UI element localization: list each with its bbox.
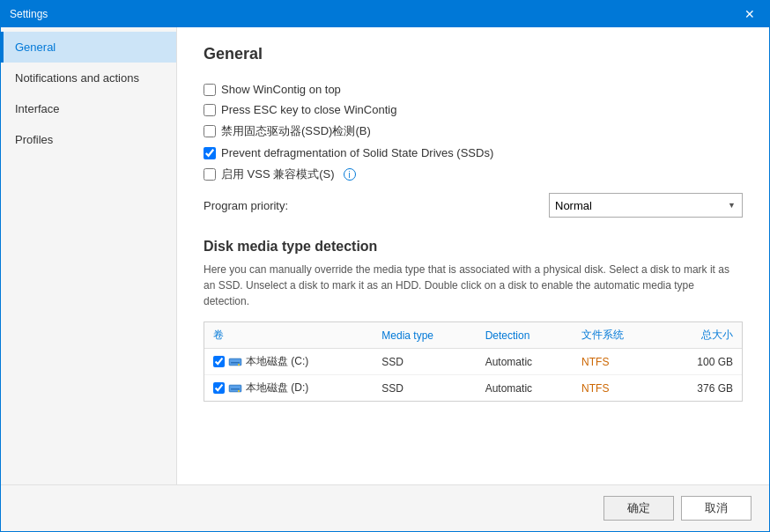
disk-table: 卷 Media type Detection 文件系统 总大小 <box>204 322 742 401</box>
disk-d-icon <box>228 381 242 395</box>
prevent-defrag-checkbox[interactable] <box>204 147 216 159</box>
checkbox-show-wincontig: Show WinContig on top <box>204 83 743 96</box>
show-wincontig-checkbox[interactable] <box>204 84 216 96</box>
sidebar-item-label: Profiles <box>15 133 53 146</box>
close-button[interactable]: ✕ <box>739 4 760 25</box>
disk-table-wrapper: 卷 Media type Detection 文件系统 总大小 <box>204 321 743 402</box>
enable-vss-checkbox[interactable] <box>204 168 216 181</box>
sidebar-item-label: Interface <box>15 102 60 115</box>
disk-d-media: SSD <box>373 375 476 402</box>
priority-select-wrapper: Low Below Normal Normal Above Normal Hig… <box>549 193 743 218</box>
ok-button[interactable]: 确定 <box>603 496 674 521</box>
sidebar-item-profiles[interactable]: Profiles <box>1 124 176 155</box>
press-esc-checkbox[interactable] <box>204 104 216 116</box>
cancel-button[interactable]: 取消 <box>681 496 751 521</box>
sidebar: General Notifications and actions Interf… <box>1 27 177 484</box>
press-esc-label: Press ESC key to close WinContig <box>221 103 396 116</box>
footer: 确定 取消 <box>1 484 769 531</box>
settings-window: Settings ✕ General Notifications and act… <box>0 0 770 532</box>
sidebar-item-notifications[interactable]: Notifications and actions <box>1 63 176 93</box>
disk-c-fs: NTFS <box>573 349 662 375</box>
checkbox-prevent-defrag: Prevent defragmentation of Solid State D… <box>204 146 743 159</box>
priority-select[interactable]: Low Below Normal Normal Above Normal Hig… <box>549 193 743 218</box>
priority-row: Program priority: Low Below Normal Norma… <box>204 193 743 218</box>
col-header-media: Media type <box>373 322 476 349</box>
table-row[interactable]: 本地磁盘 (C:) SSD Automatic NTFS 100 GB <box>204 349 742 375</box>
col-header-size: 总大小 <box>662 322 742 349</box>
disk-d-size: 376 GB <box>662 375 742 402</box>
sidebar-item-label: General <box>15 41 56 54</box>
disk-c-icon <box>228 355 242 369</box>
disk-d-fs: NTFS <box>573 375 662 402</box>
svg-point-7 <box>238 390 240 392</box>
show-wincontig-label: Show WinContig on top <box>221 83 341 96</box>
sidebar-item-interface[interactable]: Interface <box>1 93 176 124</box>
disk-d-checkbox[interactable] <box>213 382 225 394</box>
disk-c-detection: Automatic <box>477 349 573 375</box>
col-header-fs: 文件系统 <box>573 322 662 349</box>
disk-volume-c: 本地磁盘 (C:) <box>204 349 373 375</box>
disk-c-media: SSD <box>373 349 476 375</box>
svg-point-3 <box>238 364 240 366</box>
content-area: General Notifications and actions Interf… <box>1 27 769 484</box>
disk-row-c: 本地磁盘 (C:) <box>213 354 364 369</box>
priority-label: Program priority: <box>204 199 288 212</box>
title-bar: Settings ✕ <box>1 1 769 27</box>
disk-c-size: 100 GB <box>662 349 742 375</box>
disable-ssd-label: 禁用固态驱动器(SSD)检测(B) <box>221 123 371 139</box>
enable-vss-label: 启用 VSS 兼容模式(S) <box>221 166 335 182</box>
title-bar-left: Settings <box>10 8 48 20</box>
checkbox-press-esc: Press ESC key to close WinContig <box>204 103 743 116</box>
checkbox-disable-ssd: 禁用固态驱动器(SSD)检测(B) <box>204 123 743 139</box>
checkbox-enable-vss: 启用 VSS 兼容模式(S) i <box>204 166 743 182</box>
disk-section-title: Disk media type detection <box>204 239 743 255</box>
svg-rect-6 <box>231 388 240 390</box>
disable-ssd-checkbox[interactable] <box>204 125 216 137</box>
col-header-volume: 卷 <box>204 322 373 349</box>
disk-volume-d: 本地磁盘 (D:) <box>204 375 373 402</box>
col-header-detection: Detection <box>477 322 573 349</box>
section-title: General <box>204 45 743 69</box>
main-content: General Show WinContig on top Press ESC … <box>177 27 769 484</box>
window-title: Settings <box>10 8 48 20</box>
disk-row-d: 本地磁盘 (D:) <box>213 381 364 395</box>
sidebar-item-label: Notifications and actions <box>15 71 139 85</box>
disk-description: Here you can manually override the media… <box>204 262 743 309</box>
disk-d-detection: Automatic <box>477 375 573 402</box>
prevent-defrag-label: Prevent defragmentation of Solid State D… <box>221 146 493 159</box>
vss-info-icon[interactable]: i <box>344 168 356 181</box>
sidebar-item-general[interactable]: General <box>1 32 176 63</box>
table-row[interactable]: 本地磁盘 (D:) SSD Automatic NTFS 376 GB <box>204 375 742 402</box>
disk-c-checkbox[interactable] <box>213 356 225 367</box>
svg-rect-2 <box>231 362 240 364</box>
